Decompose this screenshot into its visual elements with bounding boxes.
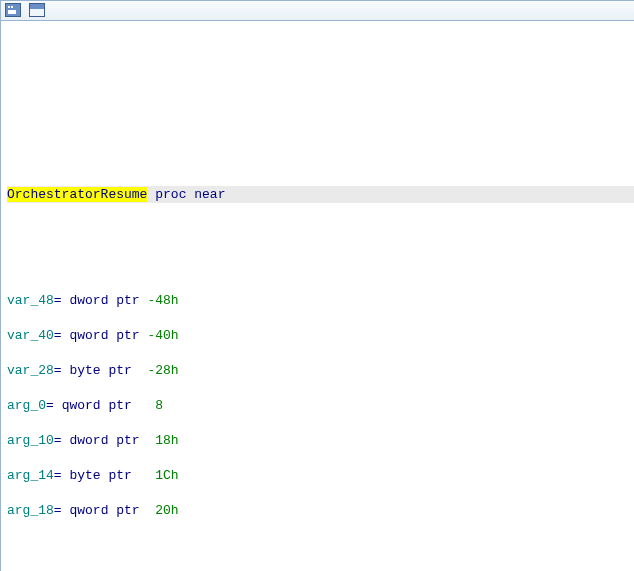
var-decl: var_48= dword ptr -48h: [7, 292, 634, 309]
var-decl: arg_14= byte ptr 1Ch: [7, 467, 634, 484]
proc-header: OrchestratorResume proc near: [7, 186, 634, 203]
var-decl: var_28= byte ptr -28h: [7, 362, 634, 379]
window-icon[interactable]: [5, 3, 21, 17]
function-name: OrchestratorResume: [7, 187, 147, 202]
toolbar: [1, 1, 634, 21]
panel-icon[interactable]: [29, 3, 45, 17]
disassembly-view: OrchestratorResume proc near var_48= dwo…: [1, 21, 634, 571]
var-decl: arg_18= qword ptr 20h: [7, 502, 634, 519]
var-decl: arg_0= qword ptr 8: [7, 397, 634, 414]
var-decl: var_40= qword ptr -40h: [7, 327, 634, 344]
var-decl: arg_10= dword ptr 18h: [7, 432, 634, 449]
